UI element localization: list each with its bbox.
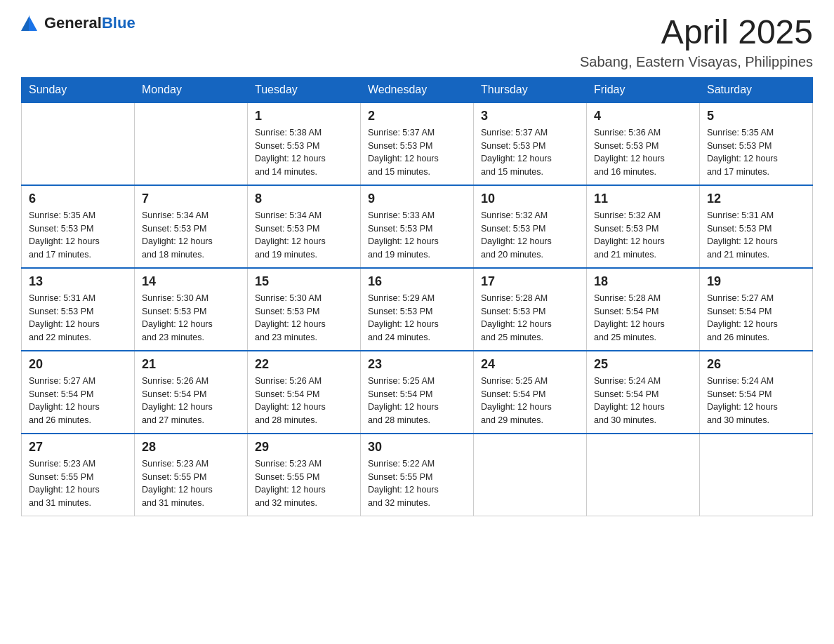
calendar-cell: 25Sunrise: 5:24 AM Sunset: 5:54 PM Dayli… (587, 351, 700, 434)
day-number: 25 (594, 357, 692, 372)
day-number: 29 (255, 440, 353, 455)
weekday-header-monday: Monday (135, 77, 248, 102)
day-number: 24 (481, 357, 579, 372)
calendar-cell: 3Sunrise: 5:37 AM Sunset: 5:53 PM Daylig… (474, 102, 587, 185)
calendar-cell: 21Sunrise: 5:26 AM Sunset: 5:54 PM Dayli… (135, 351, 248, 434)
day-info: Sunrise: 5:27 AM Sunset: 5:54 PM Dayligh… (707, 292, 805, 344)
day-info: Sunrise: 5:26 AM Sunset: 5:54 PM Dayligh… (142, 375, 240, 427)
calendar-cell: 23Sunrise: 5:25 AM Sunset: 5:54 PM Dayli… (361, 351, 474, 434)
calendar-cell: 9Sunrise: 5:33 AM Sunset: 5:53 PM Daylig… (361, 185, 474, 268)
day-info: Sunrise: 5:28 AM Sunset: 5:54 PM Dayligh… (594, 292, 692, 344)
weekday-header-tuesday: Tuesday (248, 77, 361, 102)
weekday-header-row: SundayMondayTuesdayWednesdayThursdayFrid… (22, 77, 813, 102)
day-number: 2 (368, 109, 466, 123)
day-info: Sunrise: 5:26 AM Sunset: 5:54 PM Dayligh… (255, 375, 353, 427)
logo-blue-text: Blue (102, 14, 135, 32)
calendar-cell: 22Sunrise: 5:26 AM Sunset: 5:54 PM Dayli… (248, 351, 361, 434)
day-number: 30 (368, 440, 466, 455)
calendar-cell: 2Sunrise: 5:37 AM Sunset: 5:53 PM Daylig… (361, 102, 474, 185)
calendar-cell (135, 102, 248, 185)
weekday-header-friday: Friday (587, 77, 700, 102)
calendar-cell: 8Sunrise: 5:34 AM Sunset: 5:53 PM Daylig… (248, 185, 361, 268)
calendar-cell: 13Sunrise: 5:31 AM Sunset: 5:53 PM Dayli… (22, 268, 135, 351)
calendar-cell: 16Sunrise: 5:29 AM Sunset: 5:53 PM Dayli… (361, 268, 474, 351)
day-info: Sunrise: 5:32 AM Sunset: 5:53 PM Dayligh… (594, 209, 692, 262)
day-info: Sunrise: 5:35 AM Sunset: 5:53 PM Dayligh… (707, 126, 805, 179)
day-info: Sunrise: 5:22 AM Sunset: 5:55 PM Dayligh… (368, 457, 466, 510)
day-number: 18 (594, 274, 692, 289)
day-info: Sunrise: 5:38 AM Sunset: 5:53 PM Dayligh… (255, 126, 353, 179)
weekday-header-wednesday: Wednesday (361, 77, 474, 102)
day-info: Sunrise: 5:32 AM Sunset: 5:53 PM Dayligh… (481, 209, 579, 262)
calendar-week-3: 13Sunrise: 5:31 AM Sunset: 5:53 PM Dayli… (22, 268, 813, 351)
day-number: 12 (707, 192, 805, 206)
calendar-title: April 2025 (580, 14, 813, 51)
calendar-subtitle: Sabang, Eastern Visayas, Philippines (580, 54, 813, 70)
weekday-header-sunday: Sunday (22, 77, 135, 102)
day-info: Sunrise: 5:34 AM Sunset: 5:53 PM Dayligh… (142, 209, 240, 262)
day-info: Sunrise: 5:37 AM Sunset: 5:53 PM Dayligh… (481, 126, 579, 179)
day-number: 26 (707, 357, 805, 372)
day-number: 8 (255, 192, 353, 206)
calendar-cell (587, 434, 700, 516)
weekday-header-thursday: Thursday (474, 77, 587, 102)
day-number: 14 (142, 274, 240, 289)
calendar-cell: 4Sunrise: 5:36 AM Sunset: 5:53 PM Daylig… (587, 102, 700, 185)
page-header: GeneralBlue April 2025 Sabang, Eastern V… (21, 14, 813, 70)
calendar-cell: 26Sunrise: 5:24 AM Sunset: 5:54 PM Dayli… (700, 351, 813, 434)
day-info: Sunrise: 5:34 AM Sunset: 5:53 PM Dayligh… (255, 209, 353, 262)
day-info: Sunrise: 5:27 AM Sunset: 5:54 PM Dayligh… (29, 375, 127, 427)
day-info: Sunrise: 5:23 AM Sunset: 5:55 PM Dayligh… (255, 457, 353, 510)
calendar-cell (474, 434, 587, 516)
calendar-cell: 15Sunrise: 5:30 AM Sunset: 5:53 PM Dayli… (248, 268, 361, 351)
calendar-cell: 30Sunrise: 5:22 AM Sunset: 5:55 PM Dayli… (361, 434, 474, 516)
day-info: Sunrise: 5:25 AM Sunset: 5:54 PM Dayligh… (368, 375, 466, 427)
day-number: 16 (368, 274, 466, 289)
day-info: Sunrise: 5:31 AM Sunset: 5:53 PM Dayligh… (707, 209, 805, 262)
day-number: 20 (29, 357, 127, 372)
day-info: Sunrise: 5:35 AM Sunset: 5:53 PM Dayligh… (29, 209, 127, 262)
day-info: Sunrise: 5:36 AM Sunset: 5:53 PM Dayligh… (594, 126, 692, 179)
day-info: Sunrise: 5:37 AM Sunset: 5:53 PM Dayligh… (368, 126, 466, 179)
calendar-cell: 10Sunrise: 5:32 AM Sunset: 5:53 PM Dayli… (474, 185, 587, 268)
day-info: Sunrise: 5:33 AM Sunset: 5:53 PM Dayligh… (368, 209, 466, 262)
calendar-cell (700, 434, 813, 516)
calendar-cell: 20Sunrise: 5:27 AM Sunset: 5:54 PM Dayli… (22, 351, 135, 434)
day-info: Sunrise: 5:28 AM Sunset: 5:53 PM Dayligh… (481, 292, 579, 344)
day-info: Sunrise: 5:30 AM Sunset: 5:53 PM Dayligh… (142, 292, 240, 344)
day-number: 27 (29, 440, 127, 455)
day-number: 11 (594, 192, 692, 206)
day-number: 1 (255, 109, 353, 123)
logo-general-text: General (44, 14, 102, 32)
weekday-header-saturday: Saturday (700, 77, 813, 102)
day-info: Sunrise: 5:23 AM Sunset: 5:55 PM Dayligh… (142, 457, 240, 510)
calendar-cell: 7Sunrise: 5:34 AM Sunset: 5:53 PM Daylig… (135, 185, 248, 268)
calendar-week-5: 27Sunrise: 5:23 AM Sunset: 5:55 PM Dayli… (22, 434, 813, 516)
calendar-cell: 18Sunrise: 5:28 AM Sunset: 5:54 PM Dayli… (587, 268, 700, 351)
title-area: April 2025 Sabang, Eastern Visayas, Phil… (580, 14, 813, 70)
calendar-cell: 24Sunrise: 5:25 AM Sunset: 5:54 PM Dayli… (474, 351, 587, 434)
day-number: 7 (142, 192, 240, 206)
calendar-cell: 11Sunrise: 5:32 AM Sunset: 5:53 PM Dayli… (587, 185, 700, 268)
day-number: 6 (29, 192, 127, 206)
day-number: 15 (255, 274, 353, 289)
day-info: Sunrise: 5:23 AM Sunset: 5:55 PM Dayligh… (29, 457, 127, 510)
calendar-week-2: 6Sunrise: 5:35 AM Sunset: 5:53 PM Daylig… (22, 185, 813, 268)
calendar-header: SundayMondayTuesdayWednesdayThursdayFrid… (22, 77, 813, 102)
day-info: Sunrise: 5:24 AM Sunset: 5:54 PM Dayligh… (707, 375, 805, 427)
day-number: 21 (142, 357, 240, 372)
day-info: Sunrise: 5:24 AM Sunset: 5:54 PM Dayligh… (594, 375, 692, 427)
day-number: 9 (368, 192, 466, 206)
calendar-cell: 1Sunrise: 5:38 AM Sunset: 5:53 PM Daylig… (248, 102, 361, 185)
calendar-cell: 17Sunrise: 5:28 AM Sunset: 5:53 PM Dayli… (474, 268, 587, 351)
day-number: 28 (142, 440, 240, 455)
calendar-week-4: 20Sunrise: 5:27 AM Sunset: 5:54 PM Dayli… (22, 351, 813, 434)
calendar-cell (22, 102, 135, 185)
day-number: 5 (707, 109, 805, 123)
calendar-cell: 12Sunrise: 5:31 AM Sunset: 5:53 PM Dayli… (700, 185, 813, 268)
day-info: Sunrise: 5:31 AM Sunset: 5:53 PM Dayligh… (29, 292, 127, 344)
calendar-cell: 6Sunrise: 5:35 AM Sunset: 5:53 PM Daylig… (22, 185, 135, 268)
calendar-cell: 27Sunrise: 5:23 AM Sunset: 5:55 PM Dayli… (22, 434, 135, 516)
calendar-week-1: 1Sunrise: 5:38 AM Sunset: 5:53 PM Daylig… (22, 102, 813, 185)
calendar-table: SundayMondayTuesdayWednesdayThursdayFrid… (21, 77, 813, 516)
